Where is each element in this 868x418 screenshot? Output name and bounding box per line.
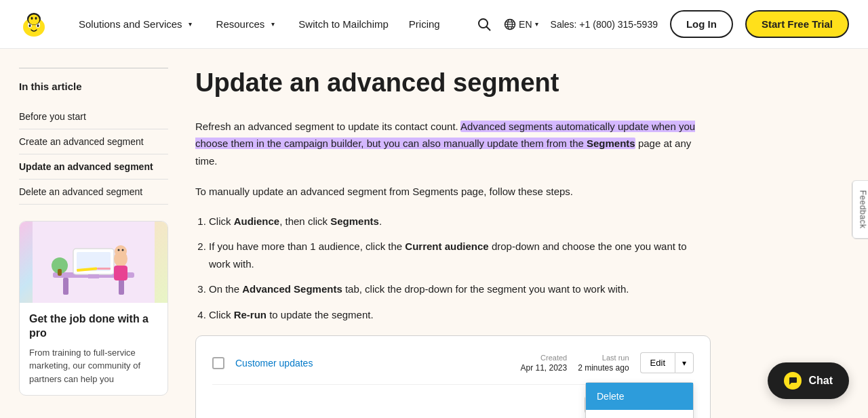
sidebar-section-label: In this article [19, 81, 168, 92]
dropdown-menu: Delete Re-run ↺ [585, 382, 694, 418]
sidebar-item-create-segment[interactable]: Create an advanced segment [19, 129, 168, 154]
svg-point-6 [28, 14, 39, 24]
search-button[interactable] [477, 17, 492, 32]
chat-icon [788, 376, 797, 385]
svg-point-8 [35, 17, 37, 20]
article-content: Update an advanced segment Refresh an ad… [195, 49, 711, 418]
svg-point-23 [122, 249, 124, 251]
step-3: On the Advanced Segments tab, click the … [209, 280, 711, 298]
svg-point-3 [29, 24, 31, 27]
globe-icon [504, 18, 516, 30]
svg-rect-27 [97, 268, 111, 270]
sidebar-item-update-segment[interactable]: Update an advanced segment [19, 154, 168, 180]
sidebar-card-desc: From training to full-service marketing,… [29, 346, 158, 386]
nav-pricing[interactable]: Pricing [401, 13, 448, 35]
svg-point-22 [118, 249, 120, 251]
svg-rect-18 [88, 274, 99, 278]
nav-right: EN ▾ Sales: +1 (800) 315-5939 Log In Sta… [477, 10, 849, 38]
sidebar: In this article Before you start Create … [19, 49, 168, 418]
chevron-down-icon: ▾ [185, 19, 196, 30]
login-button[interactable]: Log In [670, 10, 733, 38]
chevron-down-icon: ▾ [682, 358, 686, 368]
svg-rect-25 [58, 269, 62, 276]
article-title: Update an advanced segment [195, 68, 711, 99]
chat-bubble-icon [784, 372, 802, 390]
mailchimp-logo-icon [19, 9, 49, 39]
dropdown-rerun-item[interactable]: Re-run ↺ [586, 410, 693, 418]
step-4: Click Re-run to update the segment. [209, 306, 711, 324]
sidebar-promo-card: Get the job done with a pro From trainin… [19, 221, 168, 396]
segment-checkbox[interactable] [212, 357, 224, 369]
sales-number: Sales: +1 (800) 315-5939 [551, 19, 658, 30]
article-manual-text: To manually update an advanced segment f… [195, 183, 711, 201]
nav-switch[interactable]: Switch to Mailchimp [290, 13, 397, 35]
edit-group: Edit ▾ [640, 352, 694, 373]
segment-lastrun-meta: Last run 2 minutes ago [578, 354, 629, 373]
svg-rect-14 [63, 278, 68, 295]
main-layout: In this article Before you start Create … [0, 49, 868, 418]
svg-point-7 [31, 17, 33, 20]
dropdown-toggle-button[interactable]: ▾ [675, 352, 694, 373]
chevron-down-icon: ▾ [535, 20, 538, 28]
chat-button[interactable]: Chat [768, 362, 849, 399]
segment-name: Customer updates [235, 358, 509, 369]
sidebar-card-body: Get the job done with a pro From trainin… [20, 303, 167, 395]
search-icon [477, 17, 492, 32]
dropdown-delete-item[interactable]: Delete [586, 383, 693, 410]
svg-point-21 [115, 245, 127, 257]
start-trial-button[interactable]: Start Free Trial [745, 10, 849, 38]
step-2: If you have more than 1 audience, click … [209, 238, 711, 272]
chevron-down-icon: ▾ [267, 19, 278, 30]
svg-point-4 [37, 24, 39, 27]
illustration-icon [33, 222, 155, 303]
logo[interactable] [19, 9, 49, 39]
sidebar-item-before-you-start[interactable]: Before you start [19, 104, 168, 129]
screenshot-card: Customer updates Created Apr 11, 2023 La… [195, 335, 711, 418]
nav-resources[interactable]: Resources ▾ [208, 13, 287, 35]
sidebar-item-delete-segment[interactable]: Delete an advanced segment [19, 180, 168, 205]
edit-button[interactable]: Edit [640, 352, 675, 373]
sidebar-card-title: Get the job done with a pro [29, 312, 158, 341]
step-1: Click Audience, then click Segments. [209, 213, 711, 230]
feedback-tab[interactable]: Feedback [852, 180, 868, 238]
sidebar-divider [19, 68, 168, 68]
segment-row: Customer updates Created Apr 11, 2023 La… [212, 352, 694, 385]
svg-rect-20 [114, 266, 127, 280]
nav-links: Solutions and Services ▾ Resources ▾ Swi… [71, 13, 455, 35]
steps-list: Click Audience, then click Segments. If … [209, 213, 711, 324]
language-selector[interactable]: EN ▾ [504, 18, 538, 30]
navbar: Solutions and Services ▾ Resources ▾ Swi… [0, 0, 868, 49]
nav-solutions[interactable]: Solutions and Services ▾ [71, 13, 204, 35]
segment-created-meta: Created Apr 11, 2023 [520, 354, 567, 373]
sidebar-card-image [20, 222, 167, 303]
article-intro: Refresh an advanced segment to update it… [195, 118, 711, 170]
